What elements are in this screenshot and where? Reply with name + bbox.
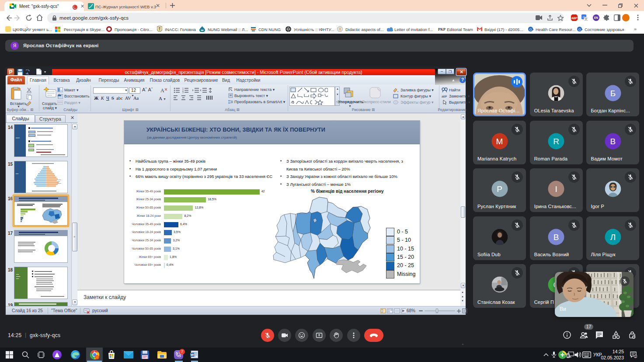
svg-text:W: W — [191, 353, 194, 357]
svg-text:»: » — [532, 28, 534, 31]
svg-text:!: ! — [97, 355, 97, 359]
svg-text:ABP: ABP — [571, 17, 578, 20]
svg-text:文: 文 — [585, 17, 588, 21]
svg-text:EN: EN — [594, 16, 598, 19]
svg-text:»: » — [581, 28, 583, 31]
svg-text:G: G — [578, 28, 581, 31]
svg-text:G: G — [529, 28, 532, 31]
svg-text:1: 1 — [635, 355, 637, 358]
